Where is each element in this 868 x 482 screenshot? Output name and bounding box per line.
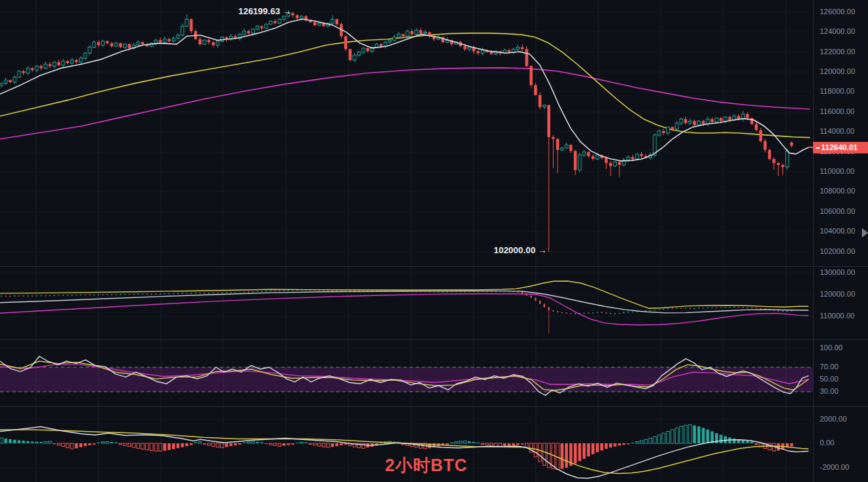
axis-price-label: 0.00 (820, 439, 834, 447)
axis-price-label: 116000.00 (820, 107, 854, 115)
price-axis[interactable]: 126000.00124000.00122000.00120000.001180… (813, 0, 868, 482)
annotation-peak-price: 126199.63 → (238, 6, 291, 16)
axis-price-label: 114000.00 (820, 127, 854, 135)
axis-price-label: 126000.00 (820, 7, 855, 16)
axis-price-label: 100.00 (820, 344, 843, 352)
axis-price-label: 108000.00 (820, 187, 855, 195)
trading-chart-window: 126000.00124000.00122000.00120000.001180… (0, 0, 868, 482)
annotation-crash-low: 102000.00 → (494, 245, 547, 255)
axis-price-label: 120000.00 (820, 67, 855, 75)
axis-price-label: -2000.00 (820, 463, 849, 471)
last-price-tag: 112640.01 (813, 142, 868, 153)
axis-price-label: 120000.00 (820, 290, 855, 298)
axis-price-label: 50.00 (820, 375, 839, 383)
chart-canvas[interactable] (0, 0, 868, 482)
axis-price-label: 110000.00 (820, 167, 854, 175)
price-tag-tick (816, 147, 820, 149)
scrollbar-arrow[interactable] (862, 228, 868, 238)
axis-price-label: 124000.00 (820, 27, 855, 35)
axis-price-label: 106000.00 (820, 207, 855, 215)
axis-price-label: 30.00 (820, 387, 839, 395)
axis-price-label: 110000.00 (820, 312, 854, 320)
symbol-watermark: 2小时BTC (385, 454, 467, 477)
axis-price-label: 102000.00 (820, 247, 855, 255)
axis-price-label: 104000.00 (820, 227, 855, 235)
axis-price-label: 70.00 (820, 363, 839, 371)
axis-price-label: 130000.00 (820, 268, 855, 276)
axis-price-label: 122000.00 (820, 48, 855, 56)
axis-price-label: 2000.00 (820, 415, 847, 423)
last-price-pointer (808, 147, 813, 148)
axis-price-label: 118000.00 (820, 87, 854, 95)
last-price-value: 112640.01 (821, 143, 858, 151)
